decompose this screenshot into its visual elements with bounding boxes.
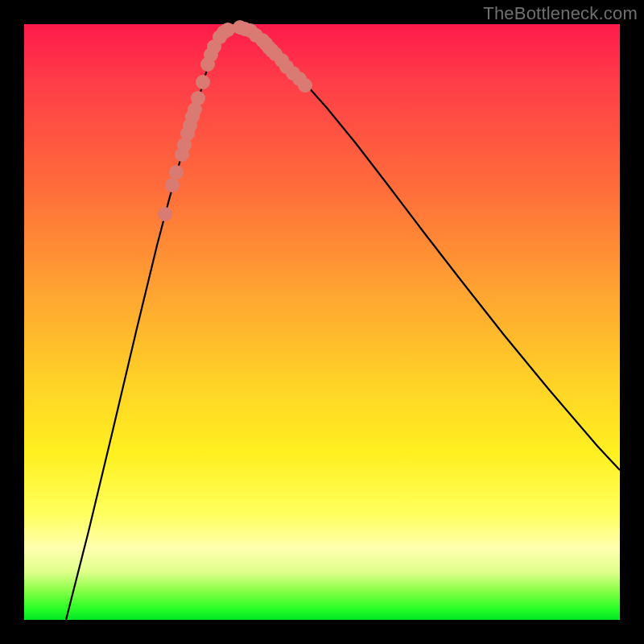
chart-svg	[24, 24, 620, 620]
data-marker	[183, 118, 197, 133]
data-marker	[196, 75, 210, 89]
data-marker	[165, 178, 180, 192]
data-marker	[298, 78, 312, 93]
data-marker	[286, 66, 300, 80]
data-marker	[177, 138, 192, 152]
data-marker	[249, 28, 263, 43]
chart-frame: TheBottleneck.com	[0, 0, 644, 644]
data-marker	[169, 165, 184, 180]
plot-area	[24, 24, 620, 620]
data-marker	[158, 207, 172, 221]
data-marker	[200, 57, 215, 72]
watermark-text: TheBottleneck.com	[483, 3, 638, 24]
marker-group	[158, 20, 312, 221]
data-marker	[191, 91, 205, 105]
data-marker	[213, 30, 227, 44]
bottleneck-curve	[66, 27, 620, 620]
